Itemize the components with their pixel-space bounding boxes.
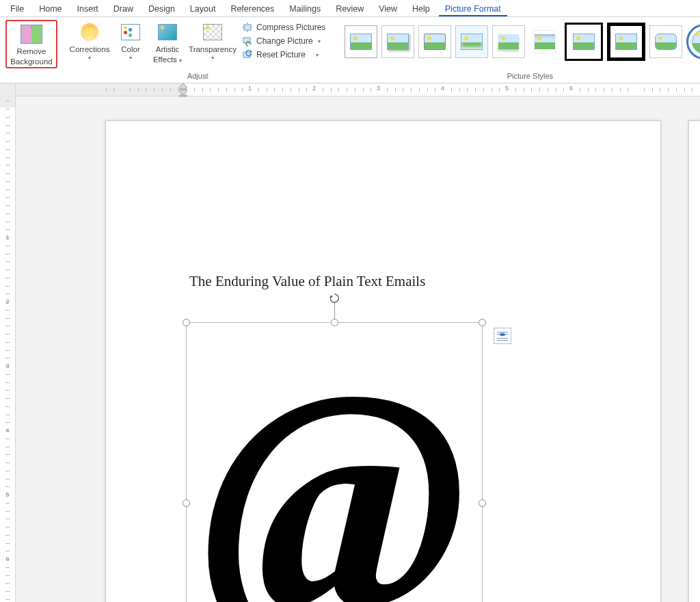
picture-style-thumb[interactable]: [686, 24, 700, 60]
picture-style-thumb[interactable]: [529, 26, 561, 57]
chevron-down-icon: ▾: [179, 57, 182, 64]
picture-style-thumb[interactable]: [492, 25, 525, 58]
group-adjust: Corrections ▾ Color ▾ Artistic Effects ▾…: [64, 17, 331, 83]
rotation-handle[interactable]: [327, 292, 341, 304]
transparency-icon: [202, 21, 224, 43]
reset-picture-label: Reset Picture: [256, 50, 306, 60]
picture-style-thumb[interactable]: [565, 23, 603, 61]
vertical-ruler[interactable]: 123456: [0, 83, 16, 602]
tab-picture-format[interactable]: Picture Format: [439, 2, 507, 16]
tab-references[interactable]: References: [224, 2, 280, 16]
hruler-number: 5: [505, 85, 509, 92]
tab-review[interactable]: Review: [329, 2, 370, 16]
layout-options-icon: [496, 330, 509, 341]
picture-style-thumb[interactable]: [381, 25, 414, 58]
workspace: 123456 123456 The Enduring Value of Plai…: [0, 83, 700, 602]
color-button[interactable]: Color ▾: [115, 20, 146, 62]
vruler-number: 2: [0, 298, 15, 305]
vruler-number: 1: [0, 234, 15, 241]
remove-background-highlight: Remove Background: [5, 20, 57, 68]
layout-options-button[interactable]: [494, 328, 511, 344]
compress-pictures-button[interactable]: Compress Pictures: [241, 21, 327, 34]
resize-handle-tr[interactable]: [479, 319, 486, 326]
picture-style-thumb[interactable]: [649, 25, 682, 58]
compress-icon: [242, 22, 253, 33]
ribbon-tabs: File Home Insert Draw Design Layout Refe…: [0, 0, 700, 17]
group-label-adjust: Adjust: [187, 72, 208, 81]
document-page-next[interactable]: [688, 120, 700, 602]
artistic-effects-label-2: Effects: [153, 55, 177, 64]
svg-rect-7: [497, 340, 508, 341]
remove-background-label-1: Remove: [17, 47, 46, 55]
vruler-number: 6: [0, 555, 15, 562]
tab-file[interactable]: File: [4, 2, 30, 16]
picture-content: @: [186, 322, 483, 602]
picture-style-thumb[interactable]: [345, 25, 377, 58]
picture-style-thumb[interactable]: [455, 25, 488, 58]
tab-design[interactable]: Design: [142, 2, 181, 16]
svg-rect-6: [497, 338, 508, 339]
tab-home[interactable]: Home: [33, 2, 68, 16]
svg-rect-4: [497, 332, 508, 332]
vruler-number: 4: [0, 427, 15, 434]
change-picture-button[interactable]: Change Picture ▾: [241, 35, 327, 47]
reset-picture-button[interactable]: Reset Picture ▾: [241, 49, 327, 61]
tab-mailings[interactable]: Mailings: [283, 2, 327, 16]
picture-style-thumb[interactable]: [607, 23, 645, 61]
tab-view[interactable]: View: [373, 2, 403, 16]
resize-handle-t[interactable]: [331, 319, 338, 326]
remove-background-button[interactable]: Remove Background: [8, 22, 55, 66]
artistic-effects-icon: [157, 21, 178, 43]
hruler-number: 3: [377, 85, 380, 92]
tab-help[interactable]: Help: [406, 2, 436, 16]
tab-insert[interactable]: Insert: [71, 2, 105, 16]
corrections-button[interactable]: Corrections ▾: [68, 20, 111, 62]
change-picture-label: Change Picture: [256, 36, 313, 46]
color-label: Color: [121, 45, 139, 53]
reset-picture-icon: [242, 49, 253, 60]
hruler-number: 6: [569, 85, 573, 92]
corrections-label: Corrections: [70, 45, 110, 53]
vruler-number: 5: [0, 491, 15, 498]
selected-picture[interactable]: @: [186, 322, 483, 602]
group-label-picture-styles: Picture Styles: [507, 72, 553, 81]
picture-style-thumb[interactable]: [418, 25, 451, 58]
compress-pictures-label: Compress Pictures: [256, 23, 325, 32]
remove-background-icon: [21, 23, 42, 45]
chevron-down-icon: ▾: [211, 54, 214, 62]
chevron-down-icon: ▾: [318, 38, 321, 44]
group-picture-styles: Picture Styles: [334, 17, 700, 83]
chevron-down-icon: ▾: [88, 54, 91, 62]
artistic-effects-label-1: Artistic: [156, 45, 180, 53]
resize-handle-l[interactable]: [183, 499, 190, 507]
transparency-button[interactable]: Transparency ▾: [189, 20, 237, 62]
svg-rect-0: [244, 25, 251, 30]
chevron-down-icon: ▾: [316, 52, 319, 58]
ribbon: Remove Background Corrections ▾ Color ▾ …: [0, 17, 700, 83]
resize-handle-tl[interactable]: [183, 319, 190, 326]
document-title-text[interactable]: The Enduring Value of Plain Text Emails: [189, 273, 425, 290]
hruler-number: 1: [248, 85, 252, 92]
artistic-effects-button[interactable]: Artistic Effects ▾: [150, 20, 185, 65]
horizontal-ruler[interactable]: 123456: [16, 83, 700, 96]
corrections-icon: [79, 21, 100, 43]
remove-background-label-2: Background: [10, 57, 52, 66]
tab-layout[interactable]: Layout: [184, 2, 222, 16]
vruler-number: 3: [0, 363, 15, 369]
document-canvas[interactable]: The Enduring Value of Plain Text Emails …: [16, 96, 700, 602]
hruler-number: 4: [441, 85, 444, 92]
color-icon: [120, 21, 142, 43]
tab-draw[interactable]: Draw: [107, 2, 139, 16]
chevron-down-icon: ▾: [129, 54, 132, 62]
hruler-number: 2: [312, 85, 316, 92]
resize-handle-r[interactable]: [479, 499, 486, 507]
change-picture-icon: [242, 36, 253, 47]
transparency-label: Transparency: [189, 45, 237, 53]
